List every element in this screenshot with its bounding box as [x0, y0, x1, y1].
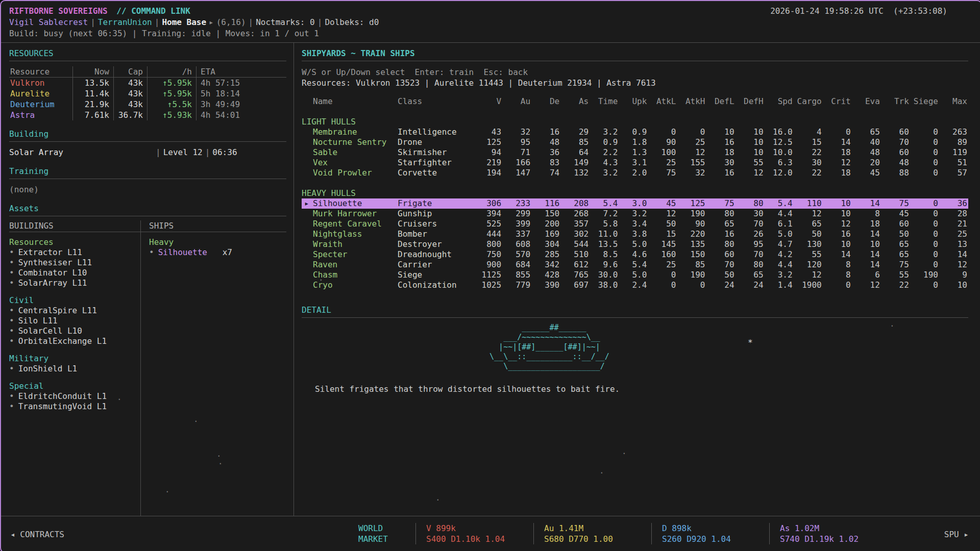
ship-stat: 100 [648, 147, 677, 158]
hull-group-label: LIGHT HULLS [302, 117, 968, 127]
market-quote-total: As 1.02M [780, 523, 876, 534]
ship-row[interactable]: NightglassBomber44433716930211.03.815220… [302, 229, 968, 239]
ship-name: ▸Silhouette [302, 198, 398, 209]
ship-row[interactable]: CryoColonization102577939069738.02.40024… [302, 280, 968, 290]
ship-row[interactable]: Regent CaravelCruisers5253992003575.83.4… [302, 219, 968, 229]
ship-stat: 45 [648, 198, 677, 209]
building-item-label: CentralSpire L11 [18, 306, 97, 315]
ship-stat: 50 [648, 219, 677, 229]
ship-stat: 12 [648, 209, 677, 219]
ship-class: Drone [398, 137, 473, 147]
ship-table-col-header: Spd [765, 96, 794, 107]
ship-stat: 6.1 [765, 219, 794, 229]
ship-row[interactable]: Murk HarrowerGunship3942991502687.23.212… [302, 209, 968, 219]
ship-row[interactable]: ▸SilhouetteFrigate3062331162085.43.04512… [302, 198, 968, 209]
ship-stat: 24 [706, 280, 735, 290]
ship-stat: 22 [794, 168, 823, 178]
ship-row[interactable]: SableSkirmisher947136642.21.310012181010… [302, 147, 968, 158]
ship-stat: 510 [560, 249, 590, 260]
ship-row[interactable]: VexStarfighter219166831494.33.1251553055… [302, 158, 968, 168]
ship-stat: 75 [706, 198, 735, 209]
ship-stat: 10 [852, 239, 881, 249]
ship-stat: 0 [910, 249, 939, 260]
building-group-label: Military [9, 354, 135, 364]
fleet-item: •Silhouettex7 [149, 247, 286, 258]
ship-stat: 4.2 [765, 249, 794, 260]
ship-row[interactable]: MembraineIntelligence433216293.20.900101… [302, 127, 968, 137]
ship-stat: 25 [677, 137, 706, 147]
bullet-icon: • [9, 278, 14, 288]
building-item-label: SolarArray L11 [18, 278, 87, 288]
bullet-icon: • [9, 364, 14, 373]
assets-panel-header: BUILDINGS SHIPS [9, 220, 286, 232]
ship-stat: 0 [910, 219, 939, 229]
ship-stat: 14 [852, 249, 881, 260]
ship-ascii-art: ______##______ ___/~~~~~~~~~~~~~~\__ |~~… [480, 323, 968, 371]
ship-stat: 20 [852, 158, 881, 168]
ship-stat: 750 [473, 249, 502, 260]
ship-stat: 75 [881, 260, 910, 270]
clock: 2026-01-24 19:58:26 UTC (+23:53:08) [770, 6, 947, 16]
ship-table-col-header: DefL [706, 96, 735, 107]
resource-table-body: Vulkron13.5k43k↑5.95k4h 57:15Aurelite11.… [9, 78, 286, 120]
divider [302, 61, 968, 61]
ship-stat: 263 [939, 127, 968, 137]
ship-stat: 57 [939, 168, 968, 178]
ship-stat: 357 [560, 219, 590, 229]
fleet-group-label: Heavy [149, 237, 286, 247]
resource-name: Deuterium [9, 99, 72, 110]
ship-stat: 25 [648, 158, 677, 168]
ship-row[interactable]: Nocturne SentryDrone1259548850.91.890251… [302, 137, 968, 147]
noctmarks-value: Noctmarks: 0 [256, 17, 315, 27]
ship-stat: 12.0 [765, 168, 794, 178]
ship-stat: 30 [794, 158, 823, 168]
ship-stat: 22 [794, 147, 823, 158]
ship-stat: 95 [736, 239, 765, 249]
spu-nav[interactable]: SPU ▸ [944, 529, 969, 540]
build-status-row: Build: busy (next 06:35) | Training: idl… [9, 28, 973, 39]
ship-row[interactable]: WraithDestroyer80060830454413.55.0145135… [302, 239, 968, 249]
resource-now: 7.61k [72, 110, 113, 120]
ship-stat: 26 [736, 229, 765, 239]
ship-stat: 94 [473, 147, 502, 158]
ship-row[interactable]: Void ProwlerCorvette194147741323.22.0753… [302, 168, 968, 178]
ship-row[interactable]: ChasmSiege112585542876530.05.0019050653.… [302, 270, 968, 280]
ship-table-body: LIGHT HULLSMembraineIntelligence43321629… [302, 117, 968, 290]
sidebar: RESOURCES ResourceNowCap/hETA Vulkron13.… [1, 43, 294, 516]
shipyard-title: SHIPYARDS ~ TRAIN SHIPS [302, 48, 968, 59]
ship-stat: 29 [560, 127, 590, 137]
ship-stat: 18 [852, 219, 881, 229]
ship-stat: 155 [677, 158, 706, 168]
ship-stat: 5.4 [590, 198, 619, 209]
ship-stat: 0 [677, 127, 706, 137]
ship-stat: 3.2 [590, 168, 619, 178]
ship-table-header: NameClassVAuDeAsTimeUpkAtkLAtkHDefLDefHS… [302, 96, 968, 107]
ship-row[interactable]: RavenCarrier9006843426129.65.4258570804.… [302, 260, 968, 270]
contracts-nav[interactable]: ◂ CONTRACTS [10, 529, 64, 540]
ship-stat: 0 [648, 270, 677, 280]
bullet-icon: • [9, 402, 14, 411]
resource-eta: 4h 57:15 [196, 78, 286, 88]
ship-stat: 1.3 [619, 147, 648, 158]
ship-stat: 51 [939, 158, 968, 168]
building-group-label: Special [9, 381, 135, 391]
ship-stat: 8.5 [590, 249, 619, 260]
ship-stat: 428 [531, 270, 560, 280]
ship-table-col-header: Cargo [794, 96, 823, 107]
building-name: Solar Array [9, 147, 153, 158]
market-quote-total: V 899k [426, 523, 522, 534]
app-title: RIFTBORNE SOVEREIGNS // COMMAND LINK [9, 6, 190, 16]
ship-stat: 18 [823, 147, 852, 158]
ship-stat: 55 [881, 270, 910, 280]
ship-row[interactable]: SpecterDreadnought7505702855108.54.61601… [302, 249, 968, 260]
ship-stat: 15 [648, 229, 677, 239]
building-eta: 06:36 [212, 147, 237, 157]
bullet-icon: • [9, 326, 14, 336]
ship-stat: 399 [502, 219, 531, 229]
ship-stat: 2.4 [619, 280, 648, 290]
ship-stat: 36 [531, 147, 560, 158]
ship-stat: 64 [560, 147, 590, 158]
ship-stat: 190 [677, 209, 706, 219]
separator: | [88, 17, 98, 27]
ship-stat: 219 [473, 158, 502, 168]
